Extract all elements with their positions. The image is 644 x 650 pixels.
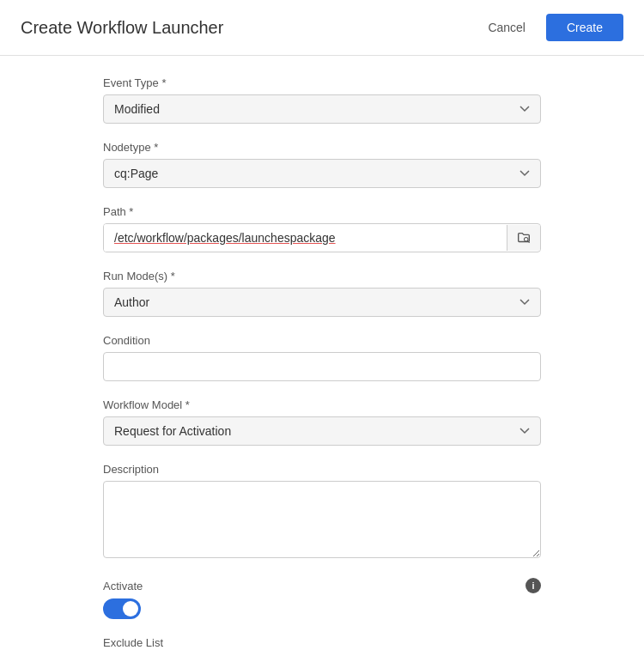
nodetype-select[interactable]: cq:Pagedam:Assetnt:unstructured — [103, 159, 541, 188]
workflow-model-select[interactable]: Request for ActivationDAM Update AssetPa… — [103, 416, 541, 446]
exclude-list-label: Exclude List — [103, 636, 541, 649]
activate-toggle[interactable] — [103, 598, 141, 619]
path-input[interactable] — [104, 224, 507, 252]
run-modes-group: Run Mode(s) * AuthorPublish — [103, 270, 541, 317]
description-textarea[interactable] — [103, 481, 541, 558]
activate-row: Activate i — [103, 578, 541, 593]
path-input-wrapper — [103, 223, 541, 252]
activate-group: Activate i — [103, 578, 541, 619]
description-group: Description — [103, 463, 541, 561]
workflow-model-group: Workflow Model * Request for ActivationD… — [103, 398, 541, 446]
page-title: Create Workflow Launcher — [21, 18, 223, 38]
activate-label: Activate — [103, 580, 143, 592]
toggle-wrapper — [103, 598, 541, 619]
condition-group: Condition — [103, 334, 541, 381]
description-label: Description — [103, 463, 541, 476]
nodetype-label: Nodetype * — [103, 141, 541, 154]
workflow-model-label: Workflow Model * — [103, 398, 541, 411]
condition-input[interactable] — [103, 352, 541, 381]
exclude-list-group: Exclude List — [103, 636, 541, 650]
path-group: Path * — [103, 205, 541, 252]
path-label: Path * — [103, 205, 541, 218]
condition-label: Condition — [103, 334, 541, 347]
nodetype-group: Nodetype * cq:Pagedam:Assetnt:unstructur… — [103, 141, 541, 188]
event-type-select[interactable]: ModifiedCreatedDeleted — [103, 94, 541, 124]
folder-search-icon — [516, 230, 532, 246]
toggle-thumb — [123, 601, 138, 617]
activate-info-icon[interactable]: i — [526, 578, 541, 593]
run-modes-label: Run Mode(s) * — [103, 270, 541, 282]
run-modes-select[interactable]: AuthorPublish — [103, 288, 541, 317]
event-type-label: Event Type * — [103, 76, 541, 89]
create-button[interactable]: Create — [546, 14, 623, 41]
header: Create Workflow Launcher Cancel Create — [0, 0, 644, 56]
path-browse-button[interactable] — [507, 225, 540, 251]
header-actions: Cancel Create — [477, 14, 623, 41]
event-type-group: Event Type * ModifiedCreatedDeleted — [103, 76, 541, 124]
cancel-button[interactable]: Cancel — [477, 15, 536, 39]
form-container: Event Type * ModifiedCreatedDeleted Node… — [103, 56, 541, 650]
